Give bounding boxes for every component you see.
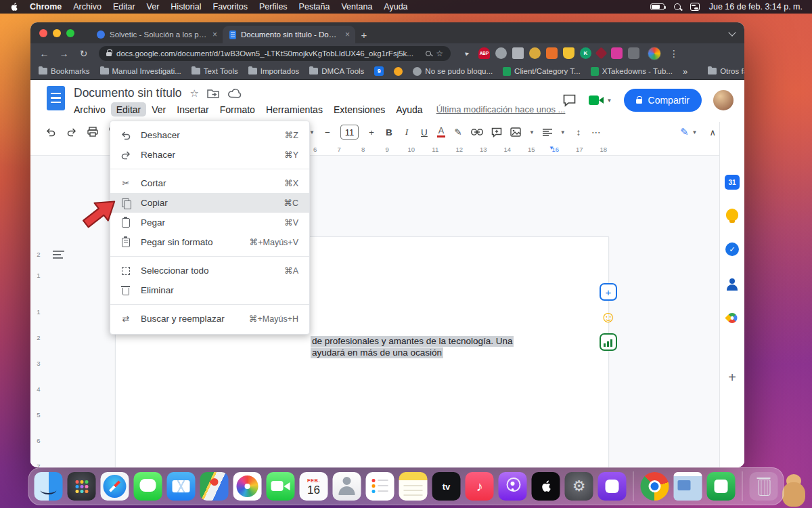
dock-minimized-window[interactable] [674,472,702,501]
chevron-down-icon[interactable]: ▼ [529,129,535,135]
cloud-status-icon[interactable] [227,88,242,99]
menu-item-eliminar[interactable]: Eliminar [110,280,309,300]
menubar-item-historial[interactable]: Historial [171,2,201,12]
menubar-clock[interactable]: Jue 16 de feb. 3:14 p. m. [709,2,803,12]
contacts-panel-icon[interactable] [725,278,739,291]
dock-podcasts[interactable] [499,472,527,501]
dock-purple-app[interactable] [598,472,627,501]
zoom-icon[interactable] [426,51,431,56]
dock-reminders[interactable] [366,472,394,501]
add-comment-margin-button[interactable]: + [600,283,617,301]
chevron-down-icon[interactable]: ▼ [560,129,566,135]
dock-notes[interactable] [399,472,428,501]
line-spacing-icon[interactable]: ↕ [574,127,583,137]
menubar-item-ver[interactable]: Ver [147,2,160,12]
menubar-item-ventana[interactable]: Ventana [341,2,372,12]
dock-contacts[interactable] [333,472,361,501]
align-icon[interactable] [543,129,552,136]
apple-menu-icon[interactable] [9,2,18,12]
menu-item-cortar[interactable]: ✂ Cortar ⌘X [110,173,309,193]
ruler-indent-marker[interactable]: ▼ [549,145,554,151]
reload-button[interactable]: ↻ [75,45,92,62]
docs-menu-formato[interactable]: Formato [215,102,261,117]
bookmark-xtakedowns[interactable]: XTakedowns - Tub... [591,67,673,76]
dock-green-app[interactable] [707,472,736,501]
docs-menu-archivo[interactable]: Archivo [68,102,111,117]
menubar-item-archivo[interactable]: Archivo [73,2,102,12]
extension-icon[interactable] [495,47,507,59]
font-size-increase-button[interactable]: + [367,127,376,137]
italic-button[interactable]: I [402,127,411,137]
extension-icon[interactable] [595,47,607,59]
emoji-reaction-button[interactable]: ☺ [600,308,617,326]
selected-text-line[interactable]: de profesionales y amantes de la tecnolo… [311,336,514,347]
browser-profile-avatar[interactable] [648,47,661,60]
meet-button[interactable]: ▼ [588,94,612,106]
selected-text-line[interactable]: ayudará en más de una ocasión [311,347,443,358]
bookmark-honey[interactable] [394,67,403,76]
tab-solvetic[interactable]: Solvetic - Solución a los proble × [90,26,223,43]
minimize-window-button[interactable] [53,29,61,37]
close-tab-icon[interactable]: × [345,30,350,39]
menu-item-deshacer[interactable]: Deshacer ⌘Z [110,125,309,145]
move-folder-icon[interactable] [207,89,219,98]
forward-button[interactable]: → [55,45,72,62]
bookmark-bookmarks[interactable]: Bookmarks [39,67,90,75]
editing-mode-button[interactable]: ✎▼ [680,126,698,138]
menu-item-rehacer[interactable]: Rehacer ⌘Y [110,145,309,165]
back-button[interactable]: ← [36,45,53,62]
bookmark-dmca-tools[interactable]: DMCA Tools [309,67,364,75]
docs-menu-ayuda[interactable]: Ayuda [390,102,428,117]
docs-menu-insertar[interactable]: Insertar [171,102,214,117]
bold-button[interactable]: B [384,127,394,137]
menu-item-pegar-sin-formato[interactable]: Pegar sin formato ⌘+Mayús+V [110,232,309,252]
dock-finder[interactable] [35,472,63,501]
dock-messages[interactable] [134,472,162,501]
dock-apple-tv[interactable]: tv [432,472,461,501]
dock-calendar[interactable]: FEB. 16 [300,472,328,501]
dock-facetime[interactable] [267,472,295,501]
extension-kaspersky-icon[interactable]: K [580,47,591,59]
close-window-button[interactable] [39,29,47,37]
undo-icon[interactable] [45,127,56,137]
bookmark-text-tools[interactable]: Text Tools [191,67,238,75]
insert-image-icon[interactable] [510,127,521,137]
underline-button[interactable]: U [420,127,429,137]
url-text[interactable]: docs.google.com/document/d/1wB3Own5_-LTK… [116,49,421,58]
menubar-item-perfiles[interactable]: Perfiles [259,2,288,12]
extension-adblock-icon[interactable]: ABP [478,47,490,59]
font-size-decrease-button[interactable]: − [323,127,332,137]
new-tab-button[interactable]: + [355,26,373,43]
menu-item-seleccionar-todo[interactable]: Seleccionar todo ⌘A [110,261,309,280]
tab-search-chevron-icon[interactable] [729,30,735,36]
docs-menu-extensiones[interactable]: Extensiones [328,102,390,117]
add-comment-icon[interactable] [491,127,502,137]
dock-chrome[interactable] [641,472,669,501]
keep-panel-icon[interactable] [726,209,738,221]
extension-icon[interactable] [512,47,524,59]
menubar-item-editar[interactable]: Editar [113,2,135,12]
bookmark-manual[interactable]: Manual Investigati... [100,67,181,75]
close-tab-icon[interactable]: × [212,30,217,39]
print-icon[interactable] [87,127,98,137]
star-icon[interactable]: ☆ [190,88,199,98]
bookmark-client-category[interactable]: Client/Category T... [503,67,581,76]
bookmark-badge-9[interactable]: 9 [374,66,384,76]
maps-panel-icon[interactable] [725,311,739,325]
extension-icon[interactable] [546,47,558,59]
document-outline-icon[interactable] [53,251,64,259]
menu-item-copiar[interactable]: Copiar ⌘C [110,193,309,213]
calendar-panel-icon[interactable]: 31 [725,175,740,190]
docs-menu-ver[interactable]: Ver [146,102,171,117]
docs-menu-editar[interactable]: Editar [111,102,147,117]
toolbar-more-button[interactable]: ⋯ [591,127,601,137]
dock-mail[interactable] [167,472,196,501]
redo-icon[interactable] [66,127,77,137]
dock-trash[interactable] [750,472,778,501]
text-color-button[interactable]: A [437,127,445,138]
extension-shield-icon[interactable] [563,47,574,59]
extension-pointer-icon[interactable]: ▸ [460,46,475,61]
battery-icon[interactable] [650,3,664,10]
menu-item-pegar[interactable]: Pegar ⌘V [110,213,309,232]
suggest-chart-button[interactable] [600,333,617,351]
